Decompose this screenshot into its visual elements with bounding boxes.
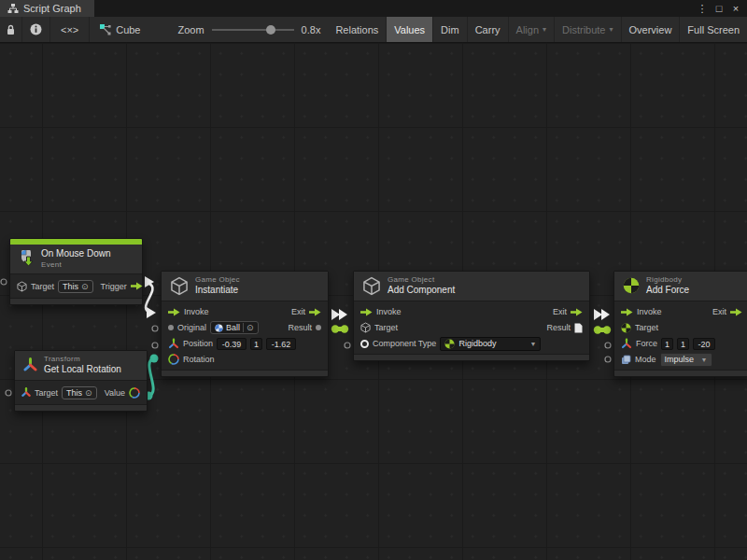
graph-reference[interactable]: Cube	[90, 17, 149, 42]
carry-label: Carry	[475, 24, 500, 35]
target-value-field[interactable]: This ⊙	[58, 280, 93, 293]
node-add-force[interactable]: Rigidbody Add Force Invoke Exit	[613, 271, 747, 377]
rotation-icon[interactable]	[129, 387, 140, 399]
info-button[interactable]	[22, 17, 50, 42]
code-view-button[interactable]: <×>	[50, 17, 90, 42]
object-picker-icon[interactable]: ⊙	[85, 388, 92, 398]
force-row[interactable]: Force 1 1 -20	[614, 336, 747, 352]
invoke-row[interactable]: Invoke Exit	[354, 304, 589, 320]
chevron-down-icon: ▾	[543, 25, 546, 34]
relations-button[interactable]: Relations	[328, 17, 387, 42]
invoke-row[interactable]: Invoke Exit	[162, 304, 328, 320]
flow-wire-trigger-to-invoke	[145, 276, 156, 318]
relations-label: Relations	[335, 24, 378, 35]
mode-dropdown[interactable]: Impulse ▼	[660, 353, 712, 367]
carry-button[interactable]: Carry	[468, 17, 509, 42]
transform-axes-icon	[23, 357, 37, 372]
force-z-input[interactable]: -20	[693, 338, 715, 350]
overview-button[interactable]: Overview	[622, 17, 681, 42]
node-footer	[162, 370, 328, 376]
component-type-row[interactable]: Component Type Rigidbody ▼	[354, 336, 589, 352]
position-x-input[interactable]: -0.39	[217, 338, 247, 350]
tab-script-graph[interactable]: Script Graph	[0, 0, 94, 17]
object-picker-icon[interactable]: ⊙	[243, 323, 254, 332]
dim-button[interactable]: Dim	[433, 17, 468, 42]
flow-arrow-icon[interactable]	[309, 308, 321, 316]
type-port-icon	[360, 340, 369, 348]
position-axes-icon	[168, 338, 179, 350]
align-button[interactable]: Align▾	[509, 17, 555, 42]
flow-arrow-icon[interactable]	[131, 282, 143, 290]
position-y-input[interactable]: 1	[250, 338, 262, 350]
lock-button[interactable]	[0, 17, 22, 42]
fullscreen-button[interactable]: Full Screen	[680, 17, 747, 42]
node-on-mouse-down[interactable]: On Mouse Down Event Target This ⊙ Trigge…	[9, 238, 143, 305]
exit-label: Exit	[291, 307, 305, 316]
trigger-label: Trigger	[101, 282, 127, 291]
ball-sphere-icon	[215, 324, 223, 332]
result-label: Result	[288, 323, 312, 332]
script-graph-window: Script Graph ⋮ □ ×	[0, 0, 747, 560]
zoom-slider-track	[212, 29, 294, 31]
document-icon[interactable]	[574, 323, 583, 333]
target-row[interactable]: Target Result	[354, 320, 589, 336]
chevron-down-icon: ▾	[610, 25, 613, 34]
zoom-value: 0.8x	[302, 24, 321, 35]
object-picker-icon[interactable]: ⊙	[81, 282, 89, 291]
node-header[interactable]: On Mouse Down Event	[10, 245, 142, 274]
node-header[interactable]: Game Object Add Component	[354, 272, 589, 301]
flow-arrow-icon	[168, 308, 180, 316]
lock-icon	[6, 24, 16, 35]
node-add-component[interactable]: Game Object Add Component Invoke Exit	[353, 271, 590, 361]
zoom-slider-handle[interactable]	[266, 25, 275, 35]
value-connector-2	[594, 326, 611, 333]
node-header[interactable]: Game Objec Instantiate	[162, 272, 328, 301]
value-port-icon[interactable]	[316, 325, 321, 330]
mode-row[interactable]: Mode Impulse ▼	[614, 352, 747, 368]
node-subtitle: Event	[41, 260, 110, 270]
invoke-row[interactable]: Invoke Exit	[614, 304, 747, 320]
target-row[interactable]: Target	[614, 320, 747, 336]
node-footer	[354, 354, 589, 360]
toolbar: <×> Cube Zoom 0.8x Relations Values	[0, 17, 747, 43]
window-menu-icon[interactable]: ⋮	[695, 3, 710, 15]
flow-connector-1	[331, 309, 347, 320]
value-label: Value	[105, 388, 125, 398]
code-icon: <×>	[61, 24, 78, 35]
graph-canvas[interactable]: On Mouse Down Event Target This ⊙ Trigge…	[0, 43, 747, 560]
node-header[interactable]: Rigidbody Add Force	[614, 272, 747, 301]
node-header[interactable]: Transform Get Local Rotation	[15, 351, 147, 381]
force-y-input[interactable]: 1	[677, 338, 689, 350]
original-row[interactable]: Original Ball ⊙ Result	[162, 320, 328, 336]
target-label: Target	[635, 323, 658, 332]
close-icon[interactable]: ×	[728, 3, 743, 14]
position-row[interactable]: Position -0.39 1 -1.62	[162, 336, 328, 352]
values-button[interactable]: Values	[387, 17, 433, 42]
rotation-row[interactable]: Rotation	[162, 352, 328, 368]
game-object-cube-icon	[360, 322, 371, 333]
node-instantiate[interactable]: Game Objec Instantiate Invoke Exit	[161, 271, 329, 377]
distribute-label: Distribute	[562, 24, 605, 35]
distribute-button[interactable]: Distribute▾	[555, 17, 621, 42]
info-icon	[30, 23, 42, 35]
exit-label: Exit	[712, 307, 726, 316]
flow-arrow-icon[interactable]	[571, 308, 583, 316]
target-value-field[interactable]: This ⊙	[62, 386, 97, 399]
zoom-slider[interactable]	[212, 24, 294, 35]
result-label: Result	[546, 323, 571, 332]
enum-icon	[621, 355, 631, 365]
force-x-input[interactable]: 1	[661, 338, 673, 350]
fullscreen-label: Full Screen	[687, 24, 740, 35]
zoom-label: Zoom	[177, 24, 204, 35]
component-type-value: Rigidbody	[458, 339, 496, 348]
component-type-dropdown[interactable]: Rigidbody ▼	[440, 337, 541, 351]
original-object-field[interactable]: Ball ⊙	[210, 321, 259, 334]
flow-arrow-icon[interactable]	[730, 308, 742, 316]
node-title: On Mouse Down	[41, 248, 110, 260]
invoke-label: Invoke	[184, 307, 209, 316]
position-z-input[interactable]: -1.62	[266, 338, 296, 350]
node-get-local-rotation[interactable]: Transform Get Local Rotation Target	[14, 350, 148, 412]
original-label: Original	[177, 323, 206, 332]
maximize-icon[interactable]: □	[712, 3, 726, 14]
rotation-icon	[168, 354, 179, 365]
